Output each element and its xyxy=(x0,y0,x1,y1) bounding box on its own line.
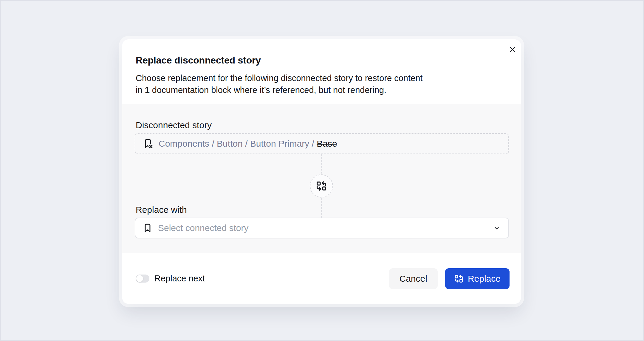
dialog-title: Replace disconnected story xyxy=(136,54,507,66)
description-line2-prefix: in xyxy=(136,85,143,95)
breadcrumb: Components / Button / Button Primary / B… xyxy=(159,139,337,149)
dialog-header: Replace disconnected story Choose replac… xyxy=(122,39,521,96)
replace-next-label: Replace next xyxy=(154,274,205,283)
connector-badge xyxy=(310,174,333,198)
replace-with-label: Replace with xyxy=(136,204,187,215)
replace-button-label: Replace xyxy=(468,274,501,284)
dialog-footer: Replace next Cancel Replace xyxy=(122,253,521,304)
replace-button[interactable]: Replace xyxy=(445,268,510,289)
dialog-description: Choose replacement for the following dis… xyxy=(136,72,458,96)
description-count: 1 xyxy=(145,85,150,95)
replace-swap-icon xyxy=(454,274,464,283)
breadcrumb-path: Components / Button / Button Primary / xyxy=(159,139,314,148)
disconnected-story-field: Components / Button / Button Primary / B… xyxy=(135,133,509,154)
bookmark-x-icon xyxy=(143,138,153,149)
replace-next-toggle[interactable] xyxy=(136,275,149,283)
breadcrumb-current-story: Base xyxy=(317,139,337,148)
close-icon xyxy=(508,45,517,54)
connected-story-select[interactable]: Select connected story xyxy=(135,218,509,238)
replace-disconnected-story-dialog: Replace disconnected story Choose replac… xyxy=(122,39,521,304)
page-background: Replace disconnected story Choose replac… xyxy=(0,0,644,341)
toggle-knob xyxy=(136,275,143,282)
cancel-button[interactable]: Cancel xyxy=(389,268,438,289)
chevron-down-icon xyxy=(493,224,501,232)
replace-swap-icon xyxy=(316,180,327,192)
select-placeholder: Select connected story xyxy=(158,223,487,233)
story-mapping-section: Disconnected story Components / Button /… xyxy=(122,104,521,253)
description-line2-suffix: documentation block where it’s reference… xyxy=(152,85,386,95)
close-button[interactable] xyxy=(506,43,519,56)
description-line1: Choose replacement for the following dis… xyxy=(136,73,422,83)
bookmark-icon xyxy=(143,223,153,233)
disconnected-story-label: Disconnected story xyxy=(136,120,212,131)
